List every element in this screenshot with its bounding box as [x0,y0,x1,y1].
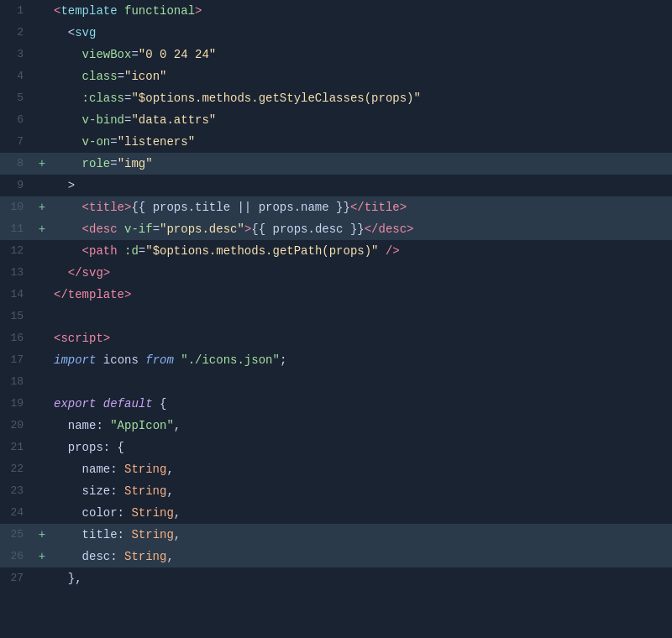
token [118,222,124,236]
line-number: 18 [0,374,34,391]
line-number: 26 [0,548,34,566]
line-content: v-bind="data.attrs" [50,111,672,129]
code-line: 18 [0,371,672,393]
token [54,48,82,61]
token: name: [54,463,124,476]
line-content: </template> [50,285,672,304]
token: { [153,397,167,411]
line-content: viewBox="0 0 24 24" [50,45,672,64]
line-number: 4 [0,68,34,86]
token: "./icons.json" [181,353,280,367]
code-line: 12 <path :d="$options.methods.getPath(pr… [0,240,672,262]
token: , [174,528,181,541]
code-line: 11+ <desc v-if="props.desc">{{ props.des… [0,218,672,240]
token: > [54,179,75,192]
token: </desc> [365,222,414,236]
token [174,353,181,367]
token: viewBox [82,48,132,61]
token: "$options.methods.getStyleClasses(props)… [131,92,420,105]
token: v-if [124,222,153,236]
token: <path [82,244,118,258]
code-line: 6 v-bind="data.attrs" [0,109,672,131]
token: v-on [82,135,111,149]
token: = [153,222,160,236]
token [54,92,82,105]
code-line: 26+ desc: String, [0,546,672,567]
code-line: 2 <svg [0,22,672,44]
code-line: 24 color: String, [0,502,672,524]
code-line: 9 > [0,175,672,196]
token [54,70,82,83]
token: name: [54,419,110,432]
code-line: 15 [0,306,672,327]
token: "listeners" [118,135,195,149]
token: desc: [54,550,124,563]
code-line: 19export default { [0,393,672,415]
line-number: 19 [0,395,34,413]
line-number: 11 [0,221,34,238]
code-line: 3 viewBox="0 0 24 24" [0,44,672,65]
token: String [124,484,166,498]
token: export [54,397,96,411]
token: "icon" [124,70,166,83]
code-line: 14</template> [0,284,672,306]
code-line: 21 props: { [0,437,672,458]
code-line: 20 name: "AppIcon", [0,415,672,437]
token: from [145,353,174,367]
line-content: import icons from "./icons.json"; [50,351,672,369]
token [54,222,82,236]
token: props: { [54,441,124,454]
token: svg [75,26,96,39]
token: String [124,463,166,476]
token: class [82,70,118,83]
line-content: desc: String, [50,547,672,566]
code-line: 1<template functional> [0,0,672,22]
token: = [118,70,124,83]
line-number: 5 [0,90,34,107]
code-line: 16<script> [0,327,672,349]
line-content: <template functional> [50,2,672,20]
token: role [82,157,111,170]
token: , [166,484,173,498]
token: :d [124,244,139,258]
token: }, [54,572,82,585]
line-content: <script> [50,329,672,348]
line-content: props: { [50,438,672,457]
token [54,244,82,258]
token [96,397,102,411]
token [54,266,68,280]
code-line: 10+ <title>{{ props.title || props.name … [0,196,672,218]
code-line: 4 class="icon" [0,65,672,87]
line-number: 14 [0,286,34,304]
token [54,113,82,127]
line-number: 20 [0,417,34,435]
token: color: [54,506,131,520]
code-line: 17import icons from "./icons.json"; [0,349,672,371]
line-content: class="icon" [50,67,672,86]
token: = [139,244,145,258]
line-content: name: String, [50,460,672,478]
line-plus: + [34,547,50,566]
line-number: 2 [0,24,34,42]
token: , [174,506,181,520]
line-content: > [50,176,672,195]
token: v-bind [82,113,124,127]
token: "props.desc" [160,222,244,236]
code-line: 5 :class="$options.methods.getStyleClass… [0,87,672,109]
code-editor: 1<template functional>2 <svg3 viewBox="0… [0,0,672,638]
line-content: role="img" [50,154,672,173]
line-number: 24 [0,505,34,522]
line-plus: + [34,526,50,544]
line-content: v-on="listeners" [50,133,672,151]
token: {{ props.title || props.name }} [131,201,349,214]
code-line: 27 }, [0,567,672,589]
code-line: 22 name: String, [0,458,672,480]
token: size: [54,484,124,498]
line-number: 16 [0,330,34,348]
line-content: <path :d="$options.methods.getPath(props… [50,242,672,260]
token: , [166,550,173,563]
line-plus: + [34,198,50,217]
token: <desc [82,222,118,236]
token: ; [280,353,286,367]
line-plus: + [34,154,50,173]
